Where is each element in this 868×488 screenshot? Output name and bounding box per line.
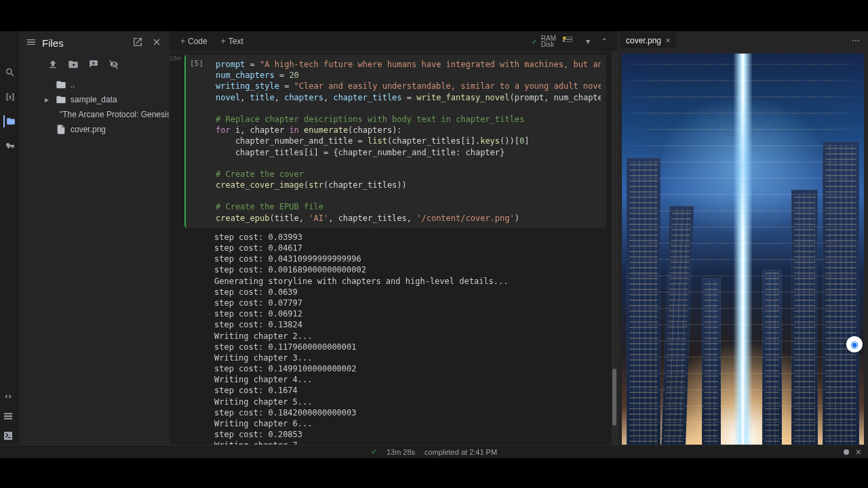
- svg-rect-4: [4, 413, 12, 414]
- mount-drive-icon[interactable]: [88, 59, 99, 72]
- file-toolbar: [20, 55, 169, 77]
- close-status-icon[interactable]: ×: [856, 447, 861, 458]
- cell-output: step cost: 0.03993 step cost: 0.04617 st…: [184, 232, 612, 458]
- sidebar-title: Files: [42, 37, 125, 49]
- status-completed: completed at 2:41 PM: [425, 448, 497, 456]
- variables-icon[interactable]: [4, 91, 16, 103]
- collapse-icon[interactable]: ⌃: [597, 35, 612, 47]
- add-text-button[interactable]: +Text: [216, 34, 249, 49]
- svg-rect-3: [564, 40, 565, 42]
- code-cell[interactable]: [5] prompt = "A high-tech future where h…: [182, 52, 612, 458]
- notebook-toolbar: +Code +Text ✓ RAMDisk ▾ ⌃: [170, 31, 617, 52]
- close-sidebar-icon[interactable]: [150, 35, 163, 51]
- more-icon[interactable]: ⋯: [848, 36, 865, 45]
- notebook-main: +Code +Text ✓ RAMDisk ▾ ⌃ 13m [5] prompt…: [170, 31, 617, 458]
- terminal-icon[interactable]: [3, 430, 14, 443]
- cell-gutter: 13m: [170, 52, 182, 458]
- status-bar: ✓ 13m 28s completed at 2:41 PM ×: [0, 445, 868, 458]
- check-icon: ✓: [532, 38, 537, 45]
- toggle-hidden-icon[interactable]: [108, 59, 119, 72]
- menu-icon[interactable]: [26, 37, 37, 49]
- code-editor[interactable]: prompt = "A high-tech future where human…: [216, 59, 601, 224]
- svg-rect-1: [564, 37, 566, 39]
- svg-rect-2: [564, 40, 572, 42]
- code-snippet-icon[interactable]: [3, 391, 14, 404]
- new-window-icon[interactable]: [131, 35, 144, 51]
- file-tree: .. ▸sample_data "The Arcane Protocol: Ge…: [20, 77, 169, 441]
- resource-gauge[interactable]: ✓ RAMDisk: [528, 35, 579, 47]
- tree-file-epub[interactable]: "The Arcane Protocol: Genesis of T...: [23, 107, 169, 122]
- upload-icon[interactable]: [47, 59, 58, 72]
- svg-rect-6: [4, 418, 12, 420]
- bottom-rail: [3, 391, 14, 443]
- search-icon[interactable]: [4, 66, 16, 79]
- tree-up[interactable]: ..: [23, 77, 169, 92]
- new-folder-icon[interactable]: [68, 59, 79, 72]
- execution-count: [5]: [190, 59, 203, 68]
- svg-rect-5: [4, 415, 12, 417]
- command-palette-icon[interactable]: [3, 411, 14, 424]
- add-code-button[interactable]: +Code: [175, 34, 213, 49]
- tree-folder[interactable]: ▸sample_data: [23, 92, 169, 107]
- files-icon[interactable]: [3, 115, 16, 127]
- preview-tab[interactable]: cover.png ×: [620, 33, 676, 48]
- runtime-menu-caret[interactable]: ▾: [582, 35, 594, 47]
- key-icon[interactable]: [4, 140, 16, 152]
- scrollbar[interactable]: [612, 52, 617, 458]
- tree-file-cover[interactable]: cover.png: [23, 122, 169, 137]
- status-check-icon: ✓: [371, 447, 377, 456]
- status-duration: 13m 28s: [387, 448, 415, 456]
- cover-image-preview: [622, 54, 864, 454]
- close-tab-icon[interactable]: ×: [665, 35, 671, 45]
- files-sidebar: Files .. ▸sample_data "The Arcane Protoc…: [20, 31, 170, 458]
- preview-pane: cover.png × ⋯: [617, 31, 868, 458]
- colab-fab[interactable]: ◉: [846, 336, 863, 352]
- kernel-status-icon[interactable]: [844, 449, 849, 455]
